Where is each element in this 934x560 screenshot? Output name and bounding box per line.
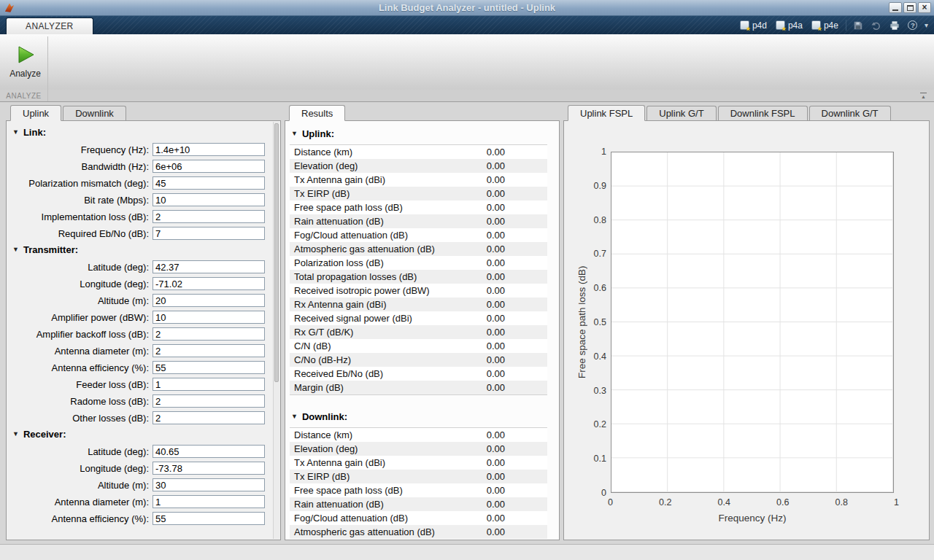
result-value: 0.00 [454,485,505,496]
field-input[interactable] [153,512,265,525]
section-header-transmitter[interactable]: ▼ Transmitter: [12,244,280,255]
help-icon[interactable]: ? [906,19,919,32]
scrollbar-thumb[interactable] [274,123,279,382]
receiver-fields: Latitude (deg): Longitude (deg): Altitud… [9,445,280,525]
tab-downlink-gt[interactable]: Downlink G/T [809,106,891,120]
y-tick-label: 0.3 [594,386,606,396]
result-label: Received Eb/No (dB) [290,368,454,379]
quick-access-shortcut-button[interactable]: p4a [773,20,805,31]
field-input[interactable] [153,160,265,173]
result-label: Tx EIRP (dB) [290,471,454,482]
print-icon[interactable] [888,19,901,32]
plot-body: Free space path loss (dB) 00.10.20.30.40… [563,120,930,540]
field-input[interactable] [153,193,265,206]
field-input[interactable] [153,227,265,240]
maximize-button[interactable] [903,2,916,13]
section-header-receiver[interactable]: ▼ Receiver: [12,429,280,440]
quick-access-shortcut-button[interactable]: p4d [738,20,769,31]
result-row: Polarization loss (dB) 0.00 [290,539,547,540]
minimize-button[interactable] [889,2,902,13]
quick-access-toolbar: p4d p4a p4e [738,18,928,32]
field-input[interactable] [153,210,265,223]
y-tick-label: 1 [601,147,606,157]
result-row: C/No (dB-Hz) 0.00 [290,353,547,367]
form-field-row: Longitude (deg): [9,277,280,290]
tab-uplink-gt[interactable]: Uplink G/T [647,106,716,120]
result-label: Total propagation losses (dB) [290,271,454,282]
result-row: Tx EIRP (dB) 0.00 [290,470,547,483]
field-input[interactable] [153,478,265,491]
favorite-star-icon [781,26,787,31]
analyze-button[interactable]: Analyze [5,36,46,86]
result-row: Distance (km) 0.00 [290,428,547,442]
section-header-link[interactable]: ▼ Link: [12,127,280,138]
form-field-row: Other losses (dB): [9,411,280,424]
field-input[interactable] [153,495,265,508]
field-input[interactable] [153,344,265,357]
form-field-row: Latitude (deg): [9,445,280,458]
x-tick-label: 0.4 [718,497,730,510]
field-input[interactable] [153,311,265,324]
tab-uplink[interactable]: Uplink [10,105,61,121]
field-label: Latitude (deg): [9,446,153,457]
result-row: Margin (dB) 0.00 [290,381,547,394]
field-input[interactable] [153,260,265,273]
result-row: Tx Antenna gain (dBi) 0.00 [290,173,547,187]
plot-panel-tabs: Uplink FSPL Uplink G/T Downlink FSPL Dow… [563,104,930,120]
vertical-scrollbar[interactable] [273,122,279,539]
field-label: Implementation loss (dB): [9,211,153,222]
field-input[interactable] [153,143,265,156]
result-value: 0.00 [454,354,505,365]
field-label: Other losses (dB): [9,413,153,424]
plot-panel: Uplink FSPL Uplink G/T Downlink FSPL Dow… [563,104,930,540]
save-icon[interactable] [852,19,865,32]
result-value: 0.00 [454,526,505,537]
maximize-icon [907,5,914,11]
result-row: Received isotropic power (dBW) 0.00 [290,284,547,298]
form-field-row: Latitude (deg): [9,260,280,273]
field-input[interactable] [153,294,265,307]
result-value: 0.00 [454,160,505,171]
collapse-toolstrip-icon[interactable]: ▲ [920,93,927,99]
field-input[interactable] [153,445,265,458]
field-input[interactable] [153,462,265,475]
field-input[interactable] [153,378,265,391]
result-label: Margin (dB) [290,382,454,393]
results-section-header-downlink[interactable]: ▼ Downlink: [291,411,559,422]
close-button[interactable]: × [918,2,931,13]
undo-icon[interactable] [870,19,883,32]
tab-uplink-fspl[interactable]: Uplink FSPL [568,105,645,121]
tab-analyzer[interactable]: ANALYZER [6,18,93,34]
shortcut-label: p4a [788,20,803,31]
toolbar-options-chevron-icon[interactable]: ▾ [925,21,928,29]
quick-access-shortcut-button[interactable]: p4e [809,20,841,31]
result-row: Tx EIRP (dB) 0.00 [290,187,547,201]
field-input[interactable] [153,277,265,290]
form-field-row: Bit rate (Mbps): [9,193,280,206]
results-section-header-uplink[interactable]: ▼ Uplink: [291,128,559,139]
field-input[interactable] [153,411,265,424]
result-label: Polarization loss (dB) [290,257,454,268]
title-bar: Link Budget Analyzer - untitled - Uplink… [0,0,934,16]
close-icon: × [922,3,927,12]
field-input[interactable] [153,361,265,374]
field-input[interactable] [153,176,265,190]
field-input[interactable] [153,327,265,341]
result-value: 0.00 [454,257,505,268]
transmitter-fields: Latitude (deg): Longitude (deg): Altitud… [9,260,280,424]
tab-downlink[interactable]: Downlink [63,106,126,120]
tab-downlink-fspl[interactable]: Downlink FSPL [718,106,808,120]
ribbon-section-label: ANALYZE [0,90,48,101]
form-field-row: Antenna diameter (m): [9,344,280,357]
tab-results[interactable]: Results [289,105,345,121]
form-field-row: Altitude (m): [9,294,280,307]
main-area: Uplink Downlink ▼ Link: Frequency (Hz): [0,102,934,544]
field-input[interactable] [153,394,265,408]
result-row: C/N (dB) 0.00 [290,339,547,353]
result-label: Fog/Cloud attenuation (dB) [290,513,454,524]
form-field-row: Altitude (m): [9,478,280,491]
y-axis-ticks: 00.10.20.30.40.50.60.70.80.91 [589,147,611,498]
result-label: Received signal power (dBi) [290,313,454,324]
result-value: 0.00 [454,341,505,351]
field-label: Feeder loss (dB): [9,379,153,390]
